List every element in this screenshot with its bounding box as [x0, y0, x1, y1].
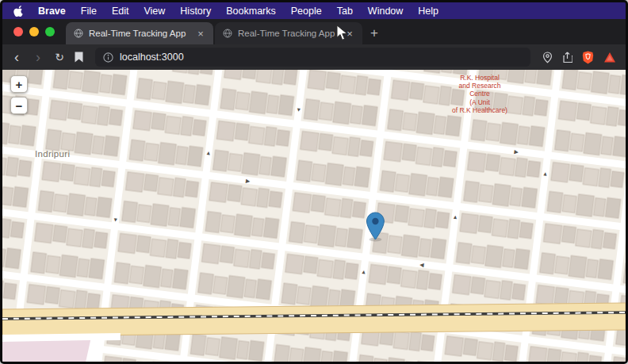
svg-text:▲: ▲	[205, 150, 212, 156]
svg-text:▲: ▲	[542, 171, 549, 177]
hospital-label: R.K. Hospital and Research Centre (A Uni…	[440, 74, 519, 114]
tab-1[interactable]: Real-Time Tracking App ×	[66, 22, 213, 44]
globe-favicon-icon	[74, 29, 83, 38]
url-text: localhost:3000	[120, 52, 184, 63]
navigation-toolbar: ‹ › ↻ localhost:3000	[2, 44, 626, 70]
tab-title: Real-Time Tracking App	[238, 29, 338, 38]
menu-item-tab[interactable]: Tab	[337, 6, 353, 17]
menu-item-bookmarks[interactable]: Bookmarks	[226, 6, 276, 17]
browser-window: Brave File Edit View History Bookmarks P…	[0, 0, 628, 364]
close-window-button[interactable]	[13, 27, 23, 36]
tab-close-icon[interactable]: ×	[194, 27, 207, 40]
highway-road	[2, 303, 626, 336]
info-icon[interactable]	[103, 52, 113, 63]
tab-close-icon[interactable]: ×	[343, 27, 356, 40]
back-button[interactable]: ‹	[10, 50, 23, 64]
svg-text:▲: ▲	[361, 269, 367, 275]
toolbar-right-icons	[542, 51, 618, 64]
svg-text:▼: ▼	[296, 106, 302, 113]
menu-item-view[interactable]: View	[144, 6, 165, 17]
menu-item-people[interactable]: People	[291, 6, 322, 17]
globe-favicon-icon	[223, 29, 232, 38]
place-label-indripuri: Indripuri	[35, 149, 70, 159]
tab-2[interactable]: Real-Time Tracking App ×	[215, 22, 362, 44]
menu-item-history[interactable]: History	[180, 6, 211, 17]
map-view[interactable]: ▲ ▼ ▲ ▲ ▼ ▲ ▶ ◀ ▶	[2, 70, 626, 362]
forward-button[interactable]: ›	[32, 50, 44, 64]
tab-title: Real-Time Tracking App	[89, 29, 189, 38]
address-bar[interactable]: localhost:3000	[95, 48, 530, 67]
reload-button[interactable]: ↻	[53, 52, 66, 63]
location-icon[interactable]	[542, 52, 553, 63]
share-icon[interactable]	[562, 52, 572, 63]
bookmark-icon[interactable]	[75, 52, 83, 63]
zoom-out-button[interactable]: −	[10, 97, 28, 114]
brave-shield-icon[interactable]	[582, 51, 594, 64]
zoom-controls: + −	[10, 75, 28, 114]
menu-item-help[interactable]: Help	[418, 6, 438, 17]
menu-item-window[interactable]: Window	[368, 6, 403, 17]
menu-item-brave[interactable]: Brave	[38, 6, 66, 17]
window-controls	[2, 19, 66, 44]
rewards-triangle-icon[interactable]	[603, 52, 616, 63]
new-tab-button[interactable]: +	[362, 22, 386, 44]
zoom-window-button[interactable]	[45, 27, 55, 36]
map-canvas[interactable]: ▲ ▼ ▲ ▲ ▼ ▲ ▶ ◀ ▶	[2, 70, 626, 362]
menu-bar: Brave File Edit View History Bookmarks P…	[2, 2, 626, 19]
zoom-in-button[interactable]: +	[10, 75, 28, 93]
pink-zone	[2, 340, 94, 362]
tab-bar: Real-Time Tracking App × Real-Time Track…	[2, 19, 626, 44]
minimize-window-button[interactable]	[29, 27, 39, 36]
svg-text:▲: ▲	[452, 214, 458, 220]
menu-item-file[interactable]: File	[81, 6, 97, 17]
menu-item-edit[interactable]: Edit	[112, 6, 129, 17]
apple-menu-icon[interactable]	[13, 6, 23, 17]
svg-text:▼: ▼	[113, 216, 119, 223]
